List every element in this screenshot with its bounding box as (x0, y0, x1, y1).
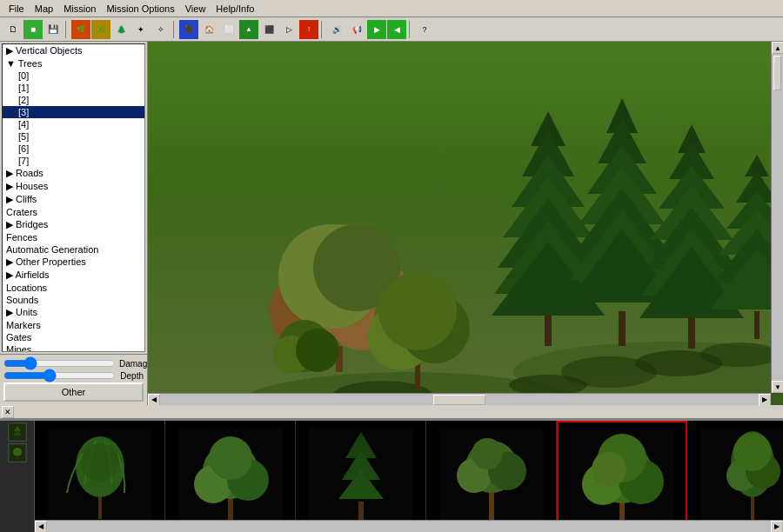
tool-15[interactable]: ▶ (367, 20, 386, 39)
tool-11[interactable]: ▷ (279, 20, 298, 39)
thumb-mini-2[interactable] (8, 443, 27, 462)
scroll-down-btn[interactable]: ▼ (772, 381, 783, 393)
tool-8[interactable]: ⬜ (219, 20, 238, 39)
menu-map[interactable]: Map (30, 2, 58, 16)
svg-rect-77 (358, 502, 364, 521)
close-thumb-panel[interactable]: ✕ (2, 406, 14, 418)
sep3 (321, 21, 325, 38)
main-layout: ▶ Vertical Objects▼ Trees[0][1][2][3][4]… (0, 42, 783, 532)
scroll-up-btn[interactable]: ▲ (772, 42, 783, 54)
damage-slider[interactable] (3, 358, 116, 369)
tree-item-9[interactable]: [7] (3, 155, 144, 167)
svg-rect-19 (545, 311, 552, 346)
tool-16[interactable]: ◀ (387, 20, 406, 39)
tool-1[interactable]: 🌿 (71, 20, 90, 39)
tool-17[interactable]: ? (415, 20, 434, 39)
depth-row: Depth (3, 370, 144, 381)
scene-background (148, 42, 771, 393)
tool-6[interactable]: ⬛ (179, 20, 198, 39)
svg-point-69 (81, 443, 119, 482)
tree-item-20[interactable]: Sounds (3, 294, 144, 306)
svg-rect-35 (688, 316, 695, 349)
tree-item-14[interactable]: ▶ Bridges (3, 218, 144, 231)
other-button[interactable]: Other (3, 382, 144, 402)
thumb-hscrollbar[interactable]: ◀ ▶ (35, 520, 783, 532)
tool-12[interactable]: ! (299, 20, 318, 39)
scene (148, 42, 771, 393)
thumbnail-4[interactable] (557, 421, 687, 532)
svg-point-58 (296, 329, 339, 372)
object-tree[interactable]: ▶ Vertical Objects▼ Trees[0][1][2][3][4]… (2, 43, 145, 352)
tree-item-0[interactable]: ▶ Vertical Objects (3, 44, 144, 57)
svg-rect-62 (17, 436, 18, 439)
thumbnail-3[interactable] (426, 421, 557, 532)
tree-item-19[interactable]: Locations (3, 282, 144, 294)
tool-13[interactable]: 🔊 (327, 20, 346, 39)
tree-item-17[interactable]: ▶ Other Properties (3, 256, 144, 269)
svg-point-75 (209, 436, 252, 480)
tree-item-2[interactable]: [0] (3, 70, 144, 82)
tool-2[interactable]: 🌿 (91, 20, 110, 39)
tool-7[interactable]: 🏠 (199, 20, 218, 39)
thumbnail-0[interactable] (35, 421, 165, 532)
tool-3[interactable]: 🌲 (111, 20, 130, 39)
tree-item-8[interactable]: [6] (3, 143, 144, 155)
tree-item-12[interactable]: ▶ Cliffs (3, 193, 144, 206)
tree-item-24[interactable]: Mines (3, 343, 144, 352)
tree-item-13[interactable]: Craters (3, 206, 144, 218)
viewport-hscrollbar[interactable]: ◀ ▶ (148, 393, 771, 405)
tree-item-6[interactable]: [4] (3, 118, 144, 130)
tool-9[interactable]: ▲ (239, 20, 258, 39)
thumb-scroll-track[interactable] (47, 521, 771, 532)
thumbnail-1[interactable] (165, 421, 296, 532)
tool-14[interactable]: 📢 (347, 20, 366, 39)
tree-item-5[interactable]: [3] (3, 106, 144, 118)
save-button[interactable]: 💾 (44, 20, 63, 39)
menu-help[interactable]: Help/Info (211, 2, 259, 16)
tool-5[interactable]: ✧ (151, 20, 171, 39)
left-panel: ▶ Vertical Objects▼ Trees[0][1][2][3][4]… (0, 42, 148, 405)
depth-label: Depth (119, 371, 144, 381)
new-button[interactable]: 🗋 (3, 20, 23, 39)
menu-mission[interactable]: Mission (58, 2, 101, 16)
thumbnail-2[interactable] (296, 421, 426, 532)
scroll-vtrack[interactable] (772, 54, 783, 381)
viewport[interactable]: ▲ ▼ ◀ ▶ (148, 42, 783, 405)
toolbar: 🗋 ■ 💾 🌿 🌿 🌲 ✦ ✧ ⬛ 🏠 ⬜ ▲ ⬛ ▷ ! 🔊 📢 ▶ ◀ ? (0, 17, 783, 42)
open-button[interactable]: ■ (23, 20, 43, 39)
tool-10[interactable]: ⬛ (259, 20, 278, 39)
tree-item-11[interactable]: ▶ Houses (3, 180, 144, 193)
tree-item-23[interactable]: Gates (3, 331, 144, 343)
thumb-scroll-right[interactable]: ▶ (771, 521, 783, 533)
tree-item-18[interactable]: ▶ Airfields (3, 269, 144, 282)
scroll-hthumb[interactable] (433, 395, 485, 405)
tree-item-21[interactable]: ▶ Units (3, 306, 144, 319)
tool-4[interactable]: ✦ (131, 20, 151, 39)
tree-item-1[interactable]: ▼ Trees (3, 57, 144, 70)
tree-item-15[interactable]: Fences (3, 231, 144, 243)
thumb-mini-1[interactable] (8, 422, 27, 442)
menu-file[interactable]: File (3, 2, 30, 16)
content-area: ▶ Vertical Objects▼ Trees[0][1][2][3][4]… (0, 42, 783, 405)
tree-item-22[interactable]: Markers (3, 319, 144, 331)
svg-point-64 (13, 448, 22, 456)
viewport-vscrollbar[interactable]: ▲ ▼ (771, 42, 783, 393)
tree-item-3[interactable]: [1] (3, 82, 144, 94)
scroll-htrack[interactable] (160, 394, 759, 406)
depth-slider[interactable] (3, 370, 116, 381)
menu-view[interactable]: View (180, 2, 211, 16)
tree-item-4[interactable]: [2] (3, 94, 144, 106)
sep1 (65, 21, 69, 38)
sep4 (409, 21, 412, 38)
tree-item-7[interactable]: [5] (3, 130, 144, 143)
tree-item-10[interactable]: ▶ Roads (3, 167, 144, 180)
thumb-scroll-area[interactable] (35, 421, 783, 532)
scroll-left-btn[interactable]: ◀ (148, 394, 160, 406)
tree-item-16[interactable]: Automatic Generation (3, 243, 144, 256)
svg-rect-43 (754, 311, 760, 339)
thumb-scroll-left[interactable]: ◀ (35, 521, 47, 533)
thumbnail-5[interactable] (687, 421, 783, 532)
menu-mission-options[interactable]: Mission Options (101, 2, 179, 16)
svg-point-86 (472, 438, 503, 469)
scroll-right-btn[interactable]: ▶ (759, 394, 771, 406)
